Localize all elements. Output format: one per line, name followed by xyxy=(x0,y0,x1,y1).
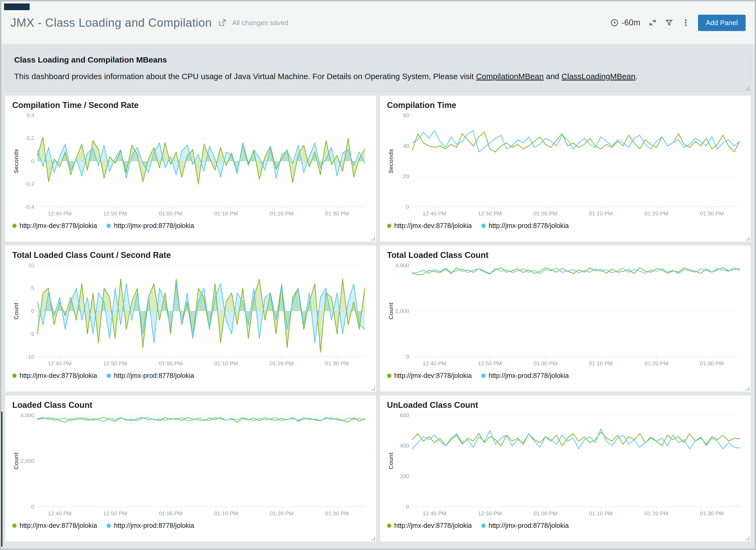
resize-handle[interactable] xyxy=(371,537,375,540)
svg-text:01:00 PM: 01:00 PM xyxy=(533,360,557,367)
resize-handle[interactable] xyxy=(746,237,749,240)
resize-handle[interactable] xyxy=(746,537,749,540)
chart-area[interactable]: 604020012:40 PM12:50 PM01:00 PM01:10 PM0… xyxy=(387,112,744,219)
svg-text:01:00 PM: 01:00 PM xyxy=(533,510,557,516)
svg-text:-5: -5 xyxy=(29,331,34,337)
svg-text:Seconds: Seconds xyxy=(387,149,394,173)
legend-item-dev[interactable]: http://jmx-dev:8778/jolokia xyxy=(387,222,472,229)
legend-item-prod[interactable]: http://jmx-prod:8778/jolokia xyxy=(107,222,194,229)
svg-text:-0.4: -0.4 xyxy=(25,204,34,210)
compilation-mbean-link[interactable]: CompilationMBean xyxy=(476,72,544,81)
legend-item-dev[interactable]: http://jmx-dev:8778/jolokia xyxy=(12,372,97,380)
svg-text:0: 0 xyxy=(31,308,34,314)
topbar-actions: -60m Add Panel xyxy=(610,15,746,31)
svg-text:01:30 PM: 01:30 PM xyxy=(325,510,349,516)
chart-area[interactable]: 4,0002,000012:40 PM12:50 PM01:00 PM01:10… xyxy=(387,262,744,369)
add-panel-button[interactable]: Add Panel xyxy=(698,15,746,31)
legend-label-dev: http://jmx-dev:8778/jolokia xyxy=(394,372,472,380)
svg-text:Seconds: Seconds xyxy=(13,149,20,173)
legend-dot-dev-icon xyxy=(12,374,17,378)
legend-item-prod[interactable]: http://jmx-prod:8778/jolokia xyxy=(481,372,569,380)
svg-text:0.4: 0.4 xyxy=(26,112,34,118)
resize-handle[interactable] xyxy=(371,237,375,240)
svg-text:60: 60 xyxy=(403,112,409,118)
svg-text:20: 20 xyxy=(403,173,409,179)
legend-dot-dev-icon xyxy=(12,524,17,528)
svg-text:Count: Count xyxy=(387,303,394,320)
edit-dashboard-icon[interactable] xyxy=(218,18,227,27)
dashboard-page: JMX - Class Loading and Compilation All … xyxy=(0,0,756,550)
svg-text:Count: Count xyxy=(13,453,20,470)
svg-text:Count: Count xyxy=(13,303,20,320)
svg-text:12:50 PM: 12:50 PM xyxy=(103,360,127,367)
filter-icon[interactable] xyxy=(665,18,673,27)
panel-title: UnLoaded Class Count xyxy=(387,400,744,410)
legend-label-dev: http://jmx-dev:8778/jolokia xyxy=(20,372,97,380)
page-title: JMX - Class Loading and Compilation xyxy=(10,16,212,29)
resize-handle[interactable] xyxy=(746,87,749,90)
panel-unloaded-class-count: UnLoaded Class Count 600400200012:40 PM1… xyxy=(380,396,751,541)
svg-text:0.2: 0.2 xyxy=(26,135,34,141)
chart-area[interactable]: 1050-5-1012:40 PM12:50 PM01:00 PM01:10 P… xyxy=(12,262,369,369)
svg-text:12:50 PM: 12:50 PM xyxy=(478,510,502,516)
legend-dot-dev-icon xyxy=(387,374,391,378)
svg-text:600: 600 xyxy=(400,412,409,418)
clock-icon xyxy=(610,18,619,27)
time-range-button[interactable]: -60m xyxy=(610,18,640,28)
svg-text:4,000: 4,000 xyxy=(20,412,34,418)
legend-item-prod[interactable]: http://jmx-prod:8778/jolokia xyxy=(107,522,194,529)
legend-label-prod: http://jmx-prod:8778/jolokia xyxy=(489,522,569,529)
refresh-icon[interactable] xyxy=(648,18,657,27)
panel-total-loaded-class-rate: Total Loaded Class Count / Second Rate 1… xyxy=(5,245,376,392)
svg-text:01:00 PM: 01:00 PM xyxy=(159,360,182,367)
legend-item-prod[interactable]: http://jmx-prod:8778/jolokia xyxy=(107,372,194,380)
legend: http://jmx-dev:8778/jolokia http://jmx-p… xyxy=(387,522,744,529)
svg-text:01:20 PM: 01:20 PM xyxy=(270,510,294,516)
legend-item-prod[interactable]: http://jmx-prod:8778/jolokia xyxy=(481,222,569,229)
chart-area[interactable]: 4,0002,000012:40 PM12:50 PM01:00 PM01:10… xyxy=(12,412,369,519)
classloading-mbean-link[interactable]: ClassLoadingMBean xyxy=(562,72,636,81)
legend-dot-dev-icon xyxy=(12,224,17,228)
panel-loaded-class-count: Loaded Class Count 4,0002,000012:40 PM12… xyxy=(5,396,376,541)
scrollbar-artifact xyxy=(1,412,2,547)
legend-label-dev: http://jmx-dev:8778/jolokia xyxy=(20,522,97,529)
resize-handle[interactable] xyxy=(746,387,749,390)
legend-item-prod[interactable]: http://jmx-prod:8778/jolokia xyxy=(481,522,569,529)
svg-text:200: 200 xyxy=(400,473,409,479)
legend-item-dev[interactable]: http://jmx-dev:8778/jolokia xyxy=(387,372,472,380)
banner-title: Class Loading and Compilation MBeans xyxy=(14,55,742,64)
svg-text:12:40 PM: 12:40 PM xyxy=(423,510,446,516)
panel-title: Total Loaded Class Count xyxy=(387,250,744,260)
svg-text:10: 10 xyxy=(28,262,34,268)
legend-item-dev[interactable]: http://jmx-dev:8778/jolokia xyxy=(387,522,472,529)
legend-label-dev: http://jmx-dev:8778/jolokia xyxy=(20,222,97,229)
svg-text:01:00 PM: 01:00 PM xyxy=(533,210,557,216)
legend-item-dev[interactable]: http://jmx-dev:8778/jolokia xyxy=(12,222,97,229)
legend-dot-prod-icon xyxy=(481,224,486,228)
svg-text:12:40 PM: 12:40 PM xyxy=(48,210,72,216)
legend-dot-prod-icon xyxy=(107,374,111,378)
kebab-menu-icon[interactable] xyxy=(681,18,690,27)
legend-label-prod: http://jmx-prod:8778/jolokia xyxy=(114,222,194,229)
legend: http://jmx-dev:8778/jolokia http://jmx-p… xyxy=(387,372,744,380)
svg-text:01:00 PM: 01:00 PM xyxy=(159,210,182,216)
panel-title: Compilation Time / Second Rate xyxy=(12,100,369,110)
legend-dot-dev-icon xyxy=(387,224,391,228)
legend-dot-prod-icon xyxy=(481,524,486,528)
svg-text:Count: Count xyxy=(387,453,394,470)
svg-text:400: 400 xyxy=(400,443,409,449)
resize-handle[interactable] xyxy=(371,387,375,390)
legend-dot-prod-icon xyxy=(107,224,111,228)
svg-text:01:10 PM: 01:10 PM xyxy=(589,360,613,367)
svg-text:01:30 PM: 01:30 PM xyxy=(700,360,723,367)
svg-text:0: 0 xyxy=(31,158,34,164)
svg-text:01:20 PM: 01:20 PM xyxy=(270,210,294,216)
svg-text:0: 0 xyxy=(406,354,409,360)
svg-text:01:10 PM: 01:10 PM xyxy=(214,510,238,516)
legend-item-dev[interactable]: http://jmx-dev:8778/jolokia xyxy=(12,522,97,529)
chart-area[interactable]: 0.40.20-0.2-0.412:40 PM12:50 PM01:00 PM0… xyxy=(12,112,369,219)
chart-area[interactable]: 600400200012:40 PM12:50 PM01:00 PM01:10 … xyxy=(387,412,744,519)
svg-text:01:10 PM: 01:10 PM xyxy=(214,210,238,216)
legend-dot-prod-icon xyxy=(481,374,486,378)
svg-text:01:20 PM: 01:20 PM xyxy=(644,210,668,216)
